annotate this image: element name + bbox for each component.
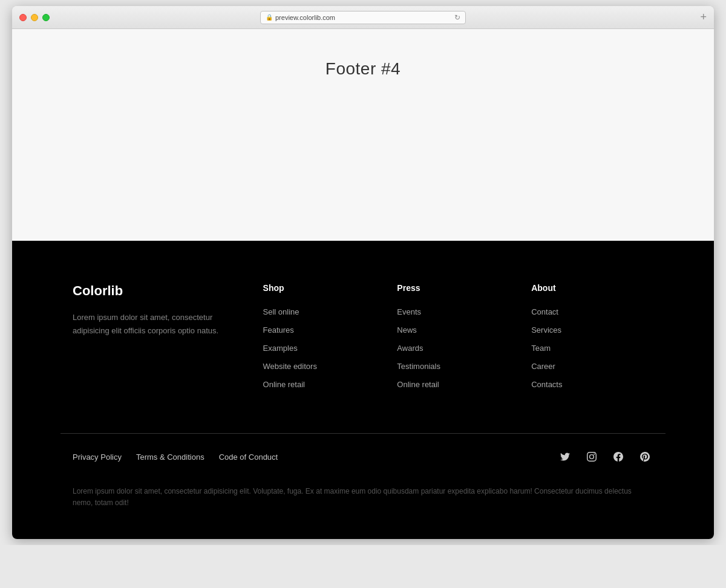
maximize-button[interactable]	[42, 14, 50, 21]
list-item: Awards	[397, 342, 507, 353]
shop-link-4[interactable]: Website editors	[263, 362, 317, 371]
lock-icon: 🔒	[266, 14, 273, 21]
list-item: Examples	[263, 342, 373, 353]
list-item: Services	[531, 324, 641, 335]
footer-bottom-links: Privacy Policy Terms & Conditions Code o…	[73, 452, 278, 462]
refresh-icon[interactable]: ↻	[454, 13, 460, 22]
press-link-4[interactable]: Testimonials	[397, 362, 440, 371]
shop-col-title: Shop	[263, 283, 373, 293]
shop-link-3[interactable]: Examples	[263, 344, 298, 353]
new-tab-button[interactable]: +	[700, 11, 707, 24]
about-col-title: About	[531, 283, 641, 293]
pinterest-icon[interactable]	[636, 448, 653, 465]
about-links-list: Contact Services Team Career Contacts	[531, 306, 641, 390]
minimize-button[interactable]	[31, 14, 38, 21]
page-content: Footer #4 Colorlib Lorem ipsum dolor sit…	[12, 29, 714, 539]
footer-main: Colorlib Lorem ipsum dolor sit amet, con…	[60, 283, 666, 433]
list-item: Features	[263, 324, 373, 335]
browser-titlebar: 🔒 preview.colorlib.com ↻ +	[12, 6, 714, 29]
traffic-lights	[19, 14, 50, 21]
twitter-icon[interactable]	[557, 448, 574, 465]
social-icons-group	[557, 448, 653, 465]
press-links-list: Events News Awards Testimonials Online r…	[397, 306, 507, 390]
about-link-4[interactable]: Career	[531, 362, 555, 371]
brand-name: Colorlib	[73, 283, 227, 299]
instagram-icon[interactable]	[583, 448, 600, 465]
list-item: Events	[397, 306, 507, 317]
header-area: Footer #4	[12, 29, 714, 241]
about-link-5[interactable]: Contacts	[531, 380, 562, 389]
list-item: Online retail	[263, 379, 373, 390]
list-item: Testimonials	[397, 361, 507, 371]
footer-col-shop: Shop Sell online Features Examples Websi…	[251, 283, 385, 397]
list-item: Sell online	[263, 306, 373, 317]
about-link-2[interactable]: Services	[531, 325, 561, 335]
about-link-1[interactable]: Contact	[531, 307, 558, 316]
url-text: preview.colorlib.com	[275, 14, 454, 21]
press-link-2[interactable]: News	[397, 325, 417, 335]
press-col-title: Press	[397, 283, 507, 293]
footer-col-press: Press Events News Awards Testimonials On…	[385, 283, 519, 397]
about-link-3[interactable]: Team	[531, 344, 551, 353]
list-item: Contact	[531, 306, 641, 317]
footer-copyright: Lorem ipsum dolor sit amet, consectetur …	[60, 480, 666, 539]
facebook-icon[interactable]	[610, 448, 627, 465]
shop-link-1[interactable]: Sell online	[263, 307, 299, 316]
press-link-1[interactable]: Events	[397, 307, 421, 316]
press-link-5[interactable]: Online retail	[397, 380, 439, 389]
list-item: Team	[531, 342, 641, 353]
brand-description: Lorem ipsum dolor sit amet, consectetur …	[73, 311, 227, 338]
footer-bottom-bar: Privacy Policy Terms & Conditions Code o…	[60, 433, 666, 480]
footer-brand-column: Colorlib Lorem ipsum dolor sit amet, con…	[73, 283, 251, 397]
terms-conditions-link[interactable]: Terms & Conditions	[136, 452, 204, 462]
shop-link-2[interactable]: Features	[263, 325, 294, 335]
address-bar[interactable]: 🔒 preview.colorlib.com ↻	[260, 11, 466, 24]
copyright-text: Lorem ipsum dolor sit amet, consectetur …	[73, 486, 653, 509]
page-title: Footer #4	[325, 59, 401, 79]
close-button[interactable]	[19, 14, 27, 21]
code-of-conduct-link[interactable]: Code of Conduct	[219, 452, 278, 462]
list-item: Website editors	[263, 361, 373, 371]
shop-links-list: Sell online Features Examples Website ed…	[263, 306, 373, 390]
privacy-policy-link[interactable]: Privacy Policy	[73, 452, 122, 462]
list-item: Contacts	[531, 379, 641, 390]
list-item: Career	[531, 361, 641, 371]
list-item: Online retail	[397, 379, 507, 390]
shop-link-5[interactable]: Online retail	[263, 380, 305, 389]
press-link-3[interactable]: Awards	[397, 344, 423, 353]
list-item: News	[397, 324, 507, 335]
browser-window: 🔒 preview.colorlib.com ↻ + Footer #4 Col…	[12, 6, 714, 539]
footer: Colorlib Lorem ipsum dolor sit amet, con…	[12, 241, 714, 539]
footer-col-about: About Contact Services Team Career Conta…	[519, 283, 653, 397]
